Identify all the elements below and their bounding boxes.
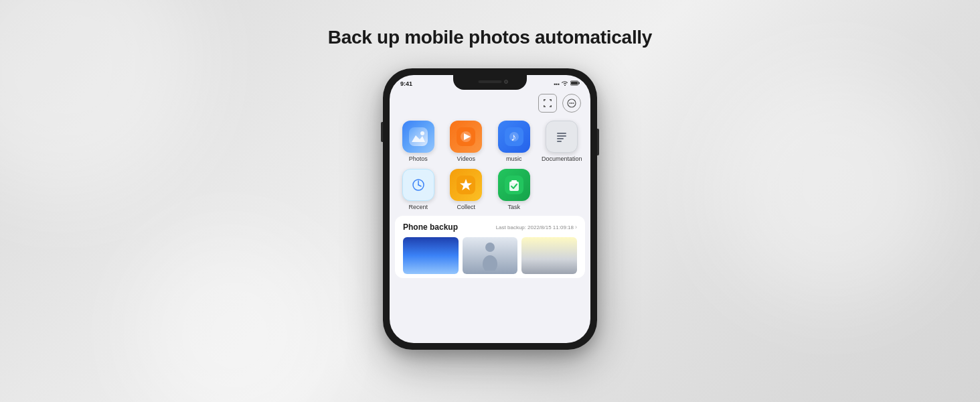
app-icon-docs — [546, 121, 578, 153]
status-time-left: 9:41 — [400, 80, 412, 87]
speaker-bar — [479, 80, 502, 83]
page-title: Back up mobile photos automatically — [328, 27, 652, 48]
app-grid: Photos Videos — [390, 115, 590, 216]
signal-icon: ▪▪▪ — [554, 81, 560, 87]
svg-text:♪: ♪ — [511, 131, 516, 143]
backup-photos — [403, 237, 577, 274]
chat-button[interactable] — [562, 94, 581, 113]
app-icon-videos — [450, 121, 482, 153]
backup-photo-3 — [521, 237, 577, 274]
svg-rect-17 — [557, 133, 566, 134]
bg-decoration-2 — [712, 67, 947, 302]
phone-notch — [453, 75, 527, 90]
status-icons: ▪▪▪ — [554, 80, 580, 87]
backup-header: Phone backup Last backup: 2022/8/15 11:0… — [403, 222, 577, 232]
app-item-task[interactable]: Task — [493, 169, 535, 210]
svg-point-5 — [571, 103, 572, 104]
app-item-recent[interactable]: Recent — [398, 169, 439, 210]
backup-section: Phone backup Last backup: 2022/8/15 11:0… — [395, 216, 585, 278]
svg-rect-29 — [511, 180, 517, 183]
app-label-photos: Photos — [409, 155, 428, 162]
svg-rect-2 — [571, 82, 578, 84]
top-icons-row — [390, 91, 590, 115]
app-item-videos[interactable]: Videos — [446, 121, 487, 162]
svg-rect-1 — [578, 82, 580, 84]
svg-rect-18 — [557, 135, 566, 137]
app-icon-collect — [450, 169, 482, 201]
svg-point-9 — [420, 131, 424, 135]
backup-photo-1 — [403, 237, 459, 274]
svg-point-30 — [485, 243, 495, 252]
bg-decoration-3 — [134, 234, 335, 402]
svg-point-31 — [483, 255, 497, 271]
svg-point-6 — [573, 103, 574, 104]
app-item-music[interactable]: ♪ music — [493, 121, 535, 162]
app-icon-recent — [402, 169, 434, 201]
scan-button[interactable] — [538, 94, 557, 113]
app-icon-photos — [402, 121, 434, 153]
backup-meta: Last backup: 2022/8/15 11:09:18 › — [496, 224, 577, 230]
app-label-videos: Videos — [457, 155, 475, 162]
phone-screen: 9:41 ▪▪▪ — [390, 75, 590, 343]
app-label-music: music — [506, 155, 522, 162]
app-icon-task — [498, 169, 530, 201]
backup-photo-2 — [463, 237, 518, 274]
bg-decoration-1 — [0, 0, 201, 201]
svg-rect-7 — [409, 127, 428, 146]
app-label-collect: Collect — [457, 204, 475, 210]
app-icon-music: ♪ — [498, 121, 530, 153]
last-backup-time: 2022/8/15 11:09:18 — [527, 224, 574, 230]
svg-point-4 — [570, 103, 571, 104]
app-label-task: Task — [507, 204, 520, 210]
backup-title: Phone backup — [403, 222, 458, 232]
app-item-photos[interactable]: Photos — [398, 121, 439, 162]
app-label-recent: Recent — [408, 204, 428, 210]
svg-rect-19 — [557, 138, 564, 139]
svg-rect-20 — [557, 141, 562, 142]
app-item-docs[interactable]: Documentation — [542, 121, 583, 162]
app-item-collect[interactable]: Collect — [446, 169, 487, 210]
camera-dot — [504, 80, 508, 84]
chevron-right-icon: › — [575, 224, 577, 230]
phone-mockup: 9:41 ▪▪▪ — [383, 68, 597, 350]
last-backup-label: Last backup: — [496, 224, 526, 230]
app-label-docs: Documentation — [542, 155, 582, 162]
wifi-icon — [562, 80, 568, 87]
phone-frame: 9:41 ▪▪▪ — [383, 68, 597, 350]
battery-icon — [570, 80, 580, 87]
